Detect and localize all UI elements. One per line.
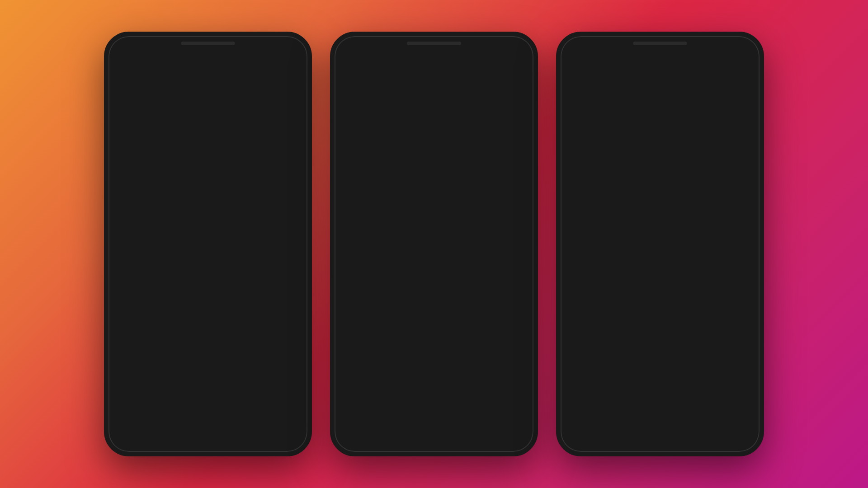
search-nav-3[interactable]: 🔍 <box>616 330 628 342</box>
posts-count: 2,473 <box>611 89 632 98</box>
search-input-wrap[interactable]: 🔍 Search <box>342 54 526 69</box>
shop-icon: 🛍 <box>388 82 393 87</box>
dropdown-button[interactable]: ▼ <box>735 145 752 162</box>
caption-row: Cover <box>118 101 298 146</box>
avatar-person-svg <box>571 80 601 112</box>
view-count-1: ▶ 530.2K <box>562 251 581 256</box>
svg-point-51 <box>725 176 728 179</box>
android-square-2[interactable] <box>487 122 496 131</box>
search-icon: 🔍 <box>348 58 356 66</box>
add-nav-3[interactable]: + <box>656 329 667 343</box>
add-nav[interactable]: + <box>430 100 441 113</box>
android-home[interactable] <box>203 300 212 309</box>
photo-cell-4[interactable] <box>561 259 626 324</box>
photo-1-img <box>561 192 626 258</box>
tagged-icon <box>722 174 731 183</box>
stat-followers: 965k Followers <box>642 89 665 104</box>
home-nav[interactable]: 🏠 <box>349 101 361 113</box>
filter-tab-comics[interactable]: Comics <box>450 78 483 91</box>
battery-icon-2 <box>513 41 523 46</box>
also-share-checkbox[interactable]: ✓ <box>287 213 298 225</box>
svg-point-49 <box>662 175 663 176</box>
wifi-icon-2: ▲ <box>507 41 511 46</box>
home-nav-3[interactable]: 🏠 <box>575 330 587 342</box>
photo-2-img <box>627 192 693 258</box>
svg-rect-74 <box>716 289 737 324</box>
heart-nav-3[interactable]: ♡ <box>695 330 704 342</box>
android-square[interactable] <box>261 300 270 309</box>
heart-nav[interactable]: ♡ <box>469 101 478 113</box>
igtv-icon: 📺 <box>349 81 355 87</box>
photo-cell-6[interactable] <box>694 259 760 324</box>
explore-description: Reels are shared to Explore and can also… <box>118 186 298 202</box>
caption-input[interactable] <box>118 101 257 110</box>
photo-cell-1[interactable]: ▶ 530.2K <box>561 192 626 258</box>
filter-tab-shop[interactable]: 🛍 Shop <box>381 78 415 91</box>
play-icon: ▶ <box>562 252 566 256</box>
profile-username: komalpandeyofficial <box>581 56 728 66</box>
svg-point-7 <box>127 169 128 170</box>
android-home-3[interactable] <box>656 351 665 360</box>
following-label: Following <box>676 98 699 104</box>
message-button[interactable]: Message <box>651 145 731 162</box>
tab-reels-profile[interactable] <box>627 168 693 192</box>
photo-6-img <box>694 259 760 324</box>
filter-tab-style[interactable]: Style <box>420 78 446 91</box>
phone-2-screen: 12:30 ▲ 🔍 Search 📺 IGTV 🛍 <box>335 36 533 452</box>
signal-icon-2 <box>345 41 352 46</box>
tab-reels[interactable]: REELS <box>108 73 208 93</box>
avatar-wrap <box>568 78 604 114</box>
reels-tab-icon <box>655 174 665 183</box>
followers-count: 965k <box>642 89 665 98</box>
play-icon-2: ▶ <box>629 252 632 256</box>
more-options-icon[interactable]: ⋮ <box>743 55 752 66</box>
tab-tagged[interactable] <box>693 168 760 192</box>
cover-label: Cover <box>270 136 290 143</box>
wifi-icon: ▲ <box>281 41 285 46</box>
back-icon[interactable]: ← <box>118 56 127 67</box>
explore-title: Share to Reels in Explore <box>139 169 221 177</box>
svg-point-39 <box>581 86 591 97</box>
profile-back[interactable]: ← <box>568 56 577 66</box>
photo-3-img <box>694 192 760 258</box>
view-count-3: ▶ 456K <box>696 251 711 256</box>
photo-cell-3[interactable]: ▶ 456K <box>694 192 760 258</box>
android-back-3[interactable] <box>598 351 607 360</box>
verified-badge: ✓ <box>733 56 739 65</box>
profile-nav[interactable]: 👤 <box>507 101 519 113</box>
share-content: Cover Share <box>108 94 307 243</box>
profile-header-bar: ← komalpandeyofficial ✓ ⋮ <box>561 51 760 71</box>
search-nav[interactable]: 🔍 <box>390 101 402 113</box>
cover-thumbnail[interactable]: Cover <box>262 101 298 146</box>
svg-rect-70 <box>650 289 671 324</box>
more-icon[interactable]: ⋮ <box>289 56 298 67</box>
phone-2: 12:30 ▲ 🔍 Search 📺 IGTV 🛍 <box>330 32 538 456</box>
signal-icon <box>119 41 126 46</box>
tab-grid[interactable] <box>561 168 627 192</box>
status-bar-1: 12:30 ▲ <box>108 36 307 51</box>
share-button[interactable]: Share <box>118 250 298 271</box>
view-count-2: ▶ 579K <box>629 251 644 256</box>
svg-rect-41 <box>594 174 598 178</box>
filter-tab-igtv[interactable]: 📺 IGTV <box>342 78 377 91</box>
photo-cell-2[interactable]: ▶ 579K <box>627 192 693 258</box>
android-square-3[interactable] <box>713 351 722 360</box>
also-share-label: Also Share to Feed <box>118 215 179 223</box>
stats-row: 2,473 Post 965k Followers 993 Following <box>611 89 752 104</box>
follow-button[interactable]: Follow <box>568 146 647 162</box>
android-back[interactable] <box>146 300 155 309</box>
android-nav-3 <box>561 346 760 366</box>
photo-cell-5[interactable] <box>627 259 693 324</box>
android-home-2[interactable] <box>429 122 439 131</box>
filter-tab-tv[interactable]: TV & Movies <box>486 78 533 91</box>
search-bar-row: 🔍 Search <box>335 51 533 73</box>
tab-story[interactable]: STORY <box>208 73 307 93</box>
profile-nav-3[interactable]: 👤 <box>733 330 745 342</box>
phone-1-screen: 12:30 ▲ ← Share ⋮ REELS STORY <box>108 36 307 452</box>
explore-section: Share to Reels in Explore Reels are shar… <box>118 157 298 236</box>
stat-following: 993 Following <box>676 89 699 104</box>
android-back-2[interactable] <box>372 122 381 131</box>
wifi-icon-3: ▲ <box>733 41 737 46</box>
save-draft-link[interactable]: Save as Draft <box>118 277 298 284</box>
photo-4-img <box>561 259 626 324</box>
